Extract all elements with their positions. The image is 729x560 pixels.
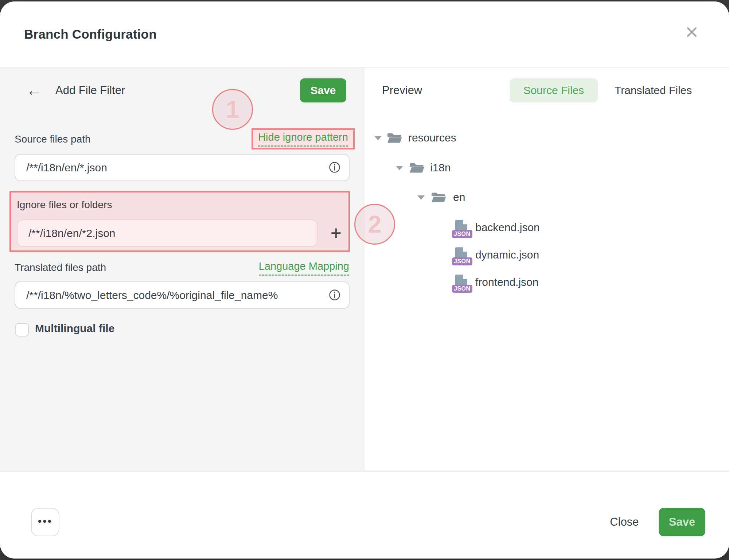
annotation-step-1: 1	[212, 89, 253, 130]
ignore-pattern-section: Ignore files or folders +	[9, 191, 350, 252]
tree-row-file-frontend[interactable]: JSON frontend.json	[364, 268, 598, 297]
json-file-icon: JSON	[455, 274, 469, 291]
close-dialog-button[interactable]	[684, 24, 700, 40]
folder-open-icon	[387, 132, 402, 144]
branch-configuration-dialog: Branch Configuration ← Add File Filter S…	[0, 1, 729, 559]
tree-row-folder-i18n[interactable]: i18n	[364, 153, 598, 182]
annotation-step-2: 2	[354, 204, 395, 245]
folder-open-icon	[431, 191, 446, 203]
tree-file-label: backend.json	[475, 221, 540, 234]
dialog-title: Branch Configuration	[24, 27, 157, 42]
source-files-path-input[interactable]	[15, 154, 350, 181]
language-mapping-link[interactable]: Language Mapping	[259, 260, 349, 276]
tab-translated-files[interactable]: Translated Files	[615, 84, 692, 97]
preview-title: Preview	[382, 84, 422, 97]
json-file-icon: JSON	[455, 247, 469, 264]
chevron-down-icon[interactable]	[374, 136, 382, 140]
toolbar: ← Add File Filter Save Preview Source Fi…	[0, 67, 729, 113]
tab-source-files[interactable]: Source Files	[510, 78, 598, 102]
json-badge: JSON	[452, 230, 472, 238]
translated-files-path-label: Translated files path	[15, 262, 106, 273]
close-icon	[685, 25, 699, 39]
close-button[interactable]: Close	[601, 508, 648, 536]
add-ignore-pattern-button[interactable]: +	[324, 219, 348, 246]
tree-folder-label: resources	[408, 132, 456, 144]
ignore-pattern-input[interactable]	[17, 219, 317, 247]
json-badge: JSON	[452, 285, 472, 293]
tree-row-folder-en[interactable]: en	[364, 183, 598, 212]
tree-file-label: frontend.json	[475, 276, 538, 288]
info-icon[interactable]	[328, 161, 341, 174]
folder-open-icon	[409, 162, 424, 174]
ignore-files-label: Ignore files or folders	[17, 199, 112, 211]
save-button[interactable]: Save	[659, 508, 705, 536]
tree-row-file-backend[interactable]: JSON backend.json	[364, 213, 598, 242]
back-arrow-icon[interactable]: ←	[26, 83, 42, 98]
info-icon[interactable]	[328, 289, 341, 301]
translated-files-path-input[interactable]	[15, 281, 350, 309]
dialog-footer: ••• Close Save	[0, 472, 729, 559]
multilingual-file-checkbox[interactable]	[15, 323, 29, 337]
more-options-button[interactable]: •••	[31, 508, 59, 536]
source-files-path-label: Source files path	[15, 133, 91, 145]
file-filter-form: Source files path Hide ignore pattern Ig…	[0, 113, 364, 471]
add-file-filter-title: Add File Filter	[55, 84, 125, 97]
json-badge: JSON	[452, 257, 472, 265]
chevron-down-icon[interactable]	[396, 166, 403, 170]
tree-folder-label: i18n	[430, 162, 451, 174]
annotation-frame-hide-ignore: Hide ignore pattern	[252, 128, 355, 149]
chevron-down-icon[interactable]	[417, 195, 425, 200]
tree-folder-label: en	[453, 191, 465, 203]
json-file-icon: JSON	[455, 219, 469, 236]
tree-row-file-dynamic[interactable]: JSON dynamic.json	[364, 240, 598, 269]
preview-file-tree: resources i18n en JSON	[364, 113, 729, 471]
tree-row-folder-resources[interactable]: resources	[364, 123, 598, 152]
tree-file-label: dynamic.json	[475, 249, 539, 261]
dialog-header: Branch Configuration	[0, 1, 729, 67]
hide-ignore-pattern-link[interactable]: Hide ignore pattern	[258, 131, 348, 147]
multilingual-file-label: Multilingual file	[35, 322, 114, 335]
filter-save-button[interactable]: Save	[300, 78, 346, 102]
